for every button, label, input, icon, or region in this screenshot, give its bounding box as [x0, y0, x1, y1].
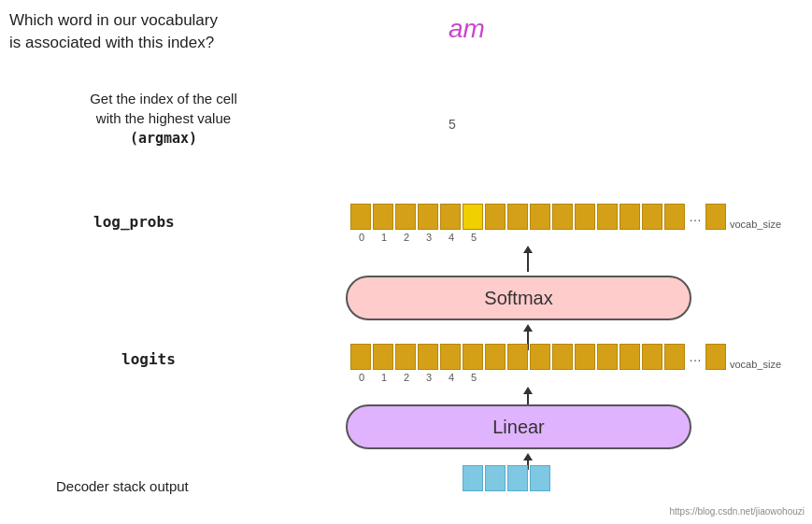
cell-lp-3 [418, 204, 438, 230]
right-panel: am 5 [336, 0, 812, 524]
blue-cell-2 [485, 465, 506, 491]
cell-lg-5 [463, 344, 483, 370]
logits-dots: … [689, 349, 702, 364]
cell-lp-11 [597, 204, 618, 230]
log-probs-dots: … [689, 209, 702, 224]
cell-lg-8 [530, 344, 550, 370]
arrow-logprobs-softmax [523, 246, 533, 272]
decoder-label: Decoder stack output [56, 478, 189, 494]
cell-lp-12 [620, 204, 640, 230]
cell-lg-12 [620, 344, 640, 370]
log-probs-vocab-label: vocab_size [730, 219, 781, 230]
log-probs-label: log_probs [93, 213, 175, 231]
log-probs-index-labels: 0 1 2 3 4 5 [350, 232, 485, 243]
cell-lp-13 [642, 204, 662, 230]
cell-lp-5 [463, 204, 483, 230]
cell-lp-6 [485, 204, 506, 230]
linear-label: Linear [492, 417, 545, 438]
cell-lp-8 [530, 204, 550, 230]
cell-lg-0 [350, 344, 371, 370]
cell-lg-11 [597, 344, 618, 370]
cell-lg-13 [642, 344, 662, 370]
argmax-description: Get the index of the cell with the highe… [9, 89, 318, 149]
word-output: am [449, 14, 485, 44]
watermark: https://blog.csdn.net/jiaowohouzi [669, 506, 805, 517]
argmax-keyword: (argmax) [130, 130, 197, 147]
blue-cell-3 [507, 465, 528, 491]
cell-lp-14 [664, 204, 685, 230]
question-line1: Which word in our vocabulary [9, 11, 218, 29]
index-output: 5 [449, 117, 456, 132]
cell-lg-vocab [705, 344, 726, 370]
cell-lg-10 [575, 344, 595, 370]
blue-cell-1 [463, 465, 483, 491]
cell-lp-10 [575, 204, 595, 230]
logits-row: … vocab_size 0 1 2 3 4 5 [350, 344, 781, 383]
cell-lp-vocab [705, 204, 726, 230]
cell-lp-4 [440, 204, 461, 230]
cell-lp-7 [507, 204, 528, 230]
left-panel: Which word in our vocabulary is associat… [0, 0, 336, 524]
cell-lg-4 [440, 344, 461, 370]
question-text: Which word in our vocabulary is associat… [9, 9, 318, 54]
log-probs-row: … vocab_size 0 1 2 3 4 5 [350, 204, 781, 243]
logits-cells-row: … vocab_size [350, 344, 781, 370]
linear-box: Linear [346, 404, 691, 449]
cell-lg-6 [485, 344, 506, 370]
logits-vocab-label: vocab_size [730, 359, 781, 370]
cell-lp-9 [552, 204, 573, 230]
cell-lg-2 [395, 344, 416, 370]
cell-lg-9 [552, 344, 573, 370]
arrow-head-up-1 [523, 246, 533, 253]
arrow-head-up-2 [523, 324, 533, 332]
cell-lp-2 [395, 204, 416, 230]
argmax-line2: with the highest value [96, 110, 231, 126]
blue-cell-4 [530, 465, 550, 491]
cell-lp-1 [373, 204, 393, 230]
logits-cells [350, 344, 685, 370]
log-probs-cells [350, 204, 685, 230]
page: Which word in our vocabulary is associat… [0, 0, 812, 524]
cell-lg-14 [664, 344, 685, 370]
cell-lg-3 [418, 344, 438, 370]
cell-lg-1 [373, 344, 393, 370]
cell-lp-0 [350, 204, 371, 230]
argmax-line1: Get the index of the cell [90, 91, 237, 106]
softmax-box: Softmax [346, 276, 691, 320]
log-probs-cells-row: … vocab_size [350, 204, 781, 230]
arrow-head-up-3 [523, 387, 533, 394]
arrow-shaft-1 [527, 253, 529, 272]
logits-index-labels: 0 1 2 3 4 5 [350, 372, 781, 383]
question-line2: is associated with this index? [9, 34, 214, 51]
cell-lg-7 [507, 344, 528, 370]
softmax-label: Softmax [484, 288, 552, 309]
arrow-head-up-4 [523, 453, 533, 460]
logits-label: logits [121, 350, 176, 368]
decoder-output-cells [463, 465, 550, 491]
